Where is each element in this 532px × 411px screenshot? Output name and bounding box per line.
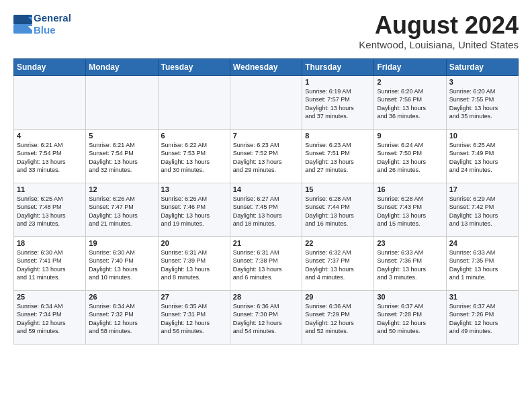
table-row: 26Sunrise: 6:34 AM Sunset: 7:32 PM Dayli… [86, 290, 158, 344]
day-info: Sunrise: 6:26 AM Sunset: 7:46 PM Dayligh… [161, 195, 227, 228]
table-row: 17Sunrise: 6:29 AM Sunset: 7:42 PM Dayli… [446, 183, 518, 236]
day-number: 13 [161, 185, 227, 193]
table-row: 16Sunrise: 6:28 AM Sunset: 7:43 PM Dayli… [374, 183, 446, 236]
day-info: Sunrise: 6:26 AM Sunset: 7:47 PM Dayligh… [89, 195, 154, 228]
table-row: 30Sunrise: 6:37 AM Sunset: 7:28 PM Dayli… [374, 290, 446, 344]
day-info: Sunrise: 6:33 AM Sunset: 7:36 PM Dayligh… [377, 248, 443, 282]
col-sunday: Sunday [14, 58, 86, 75]
day-number: 11 [17, 185, 83, 193]
logo: General Blue [13, 12, 71, 36]
day-info: Sunrise: 6:31 AM Sunset: 7:39 PM Dayligh… [161, 248, 227, 282]
table-row: 4Sunrise: 6:21 AM Sunset: 7:54 PM Daylig… [14, 129, 86, 183]
day-number: 5 [89, 132, 154, 140]
col-thursday: Thursday [302, 58, 374, 75]
table-row: 11Sunrise: 6:25 AM Sunset: 7:48 PM Dayli… [14, 183, 86, 236]
day-number: 14 [233, 185, 299, 193]
table-row: 25Sunrise: 6:34 AM Sunset: 7:34 PM Dayli… [14, 290, 86, 344]
day-info: Sunrise: 6:30 AM Sunset: 7:40 PM Dayligh… [89, 248, 154, 282]
day-info: Sunrise: 6:32 AM Sunset: 7:37 PM Dayligh… [305, 248, 371, 282]
table-row: 5Sunrise: 6:21 AM Sunset: 7:54 PM Daylig… [86, 129, 158, 183]
title-block: August 2024 Kentwood, Louisiana, United … [359, 12, 519, 50]
calendar-table: Sunday Monday Tuesday Wednesday Thursday… [13, 58, 519, 345]
header-row: Sunday Monday Tuesday Wednesday Thursday… [14, 58, 519, 75]
table-row: 24Sunrise: 6:33 AM Sunset: 7:35 PM Dayli… [446, 236, 518, 290]
day-number: 17 [449, 185, 515, 193]
table-row: 15Sunrise: 6:28 AM Sunset: 7:44 PM Dayli… [302, 183, 374, 236]
table-row: 29Sunrise: 6:36 AM Sunset: 7:29 PM Dayli… [302, 290, 374, 344]
table-row: 14Sunrise: 6:27 AM Sunset: 7:45 PM Dayli… [230, 183, 302, 236]
day-number: 7 [233, 132, 299, 140]
day-info: Sunrise: 6:35 AM Sunset: 7:31 PM Dayligh… [161, 302, 227, 336]
day-info: Sunrise: 6:19 AM Sunset: 7:57 PM Dayligh… [305, 87, 371, 121]
day-number: 18 [17, 239, 83, 247]
day-info: Sunrise: 6:37 AM Sunset: 7:26 PM Dayligh… [449, 302, 515, 336]
col-monday: Monday [86, 58, 158, 75]
day-number: 3 [449, 78, 515, 86]
table-row: 27Sunrise: 6:35 AM Sunset: 7:31 PM Dayli… [158, 290, 230, 344]
table-row: 18Sunrise: 6:30 AM Sunset: 7:41 PM Dayli… [14, 236, 86, 290]
day-number: 12 [89, 185, 154, 193]
day-number: 10 [449, 132, 515, 140]
day-number: 31 [449, 293, 515, 301]
table-row [86, 75, 158, 129]
table-row: 6Sunrise: 6:22 AM Sunset: 7:53 PM Daylig… [158, 129, 230, 183]
day-number: 30 [377, 293, 443, 301]
table-row: 13Sunrise: 6:26 AM Sunset: 7:46 PM Dayli… [158, 183, 230, 236]
table-row: 7Sunrise: 6:23 AM Sunset: 7:52 PM Daylig… [230, 129, 302, 183]
day-number: 22 [305, 239, 371, 247]
col-tuesday: Tuesday [158, 58, 230, 75]
day-info: Sunrise: 6:23 AM Sunset: 7:52 PM Dayligh… [233, 141, 299, 175]
day-info: Sunrise: 6:20 AM Sunset: 7:56 PM Dayligh… [377, 87, 443, 121]
table-row: 28Sunrise: 6:36 AM Sunset: 7:30 PM Dayli… [230, 290, 302, 344]
day-number: 21 [233, 239, 299, 247]
day-number: 8 [305, 132, 371, 140]
day-info: Sunrise: 6:25 AM Sunset: 7:48 PM Dayligh… [17, 195, 83, 228]
table-row: 1Sunrise: 6:19 AM Sunset: 7:57 PM Daylig… [302, 75, 374, 129]
day-info: Sunrise: 6:28 AM Sunset: 7:44 PM Dayligh… [305, 195, 371, 228]
day-number: 23 [377, 239, 443, 247]
day-number: 4 [17, 132, 83, 140]
day-info: Sunrise: 6:25 AM Sunset: 7:49 PM Dayligh… [449, 141, 515, 175]
day-number: 28 [233, 293, 299, 301]
day-info: Sunrise: 6:36 AM Sunset: 7:30 PM Dayligh… [233, 302, 299, 336]
day-info: Sunrise: 6:29 AM Sunset: 7:42 PM Dayligh… [449, 195, 515, 228]
table-row: 2Sunrise: 6:20 AM Sunset: 7:56 PM Daylig… [374, 75, 446, 129]
svg-rect-1 [13, 24, 32, 34]
day-number: 24 [449, 239, 515, 247]
table-row: 31Sunrise: 6:37 AM Sunset: 7:26 PM Dayli… [446, 290, 518, 344]
day-info: Sunrise: 6:34 AM Sunset: 7:34 PM Dayligh… [17, 302, 83, 336]
day-info: Sunrise: 6:21 AM Sunset: 7:54 PM Dayligh… [17, 141, 83, 175]
day-info: Sunrise: 6:34 AM Sunset: 7:32 PM Dayligh… [89, 302, 154, 336]
day-number: 20 [161, 239, 227, 247]
day-number: 27 [161, 293, 227, 301]
table-row: 22Sunrise: 6:32 AM Sunset: 7:37 PM Dayli… [302, 236, 374, 290]
day-number: 26 [89, 293, 154, 301]
col-friday: Friday [374, 58, 446, 75]
table-row [158, 75, 230, 129]
day-info: Sunrise: 6:36 AM Sunset: 7:29 PM Dayligh… [305, 302, 371, 336]
day-number: 15 [305, 185, 371, 193]
day-number: 16 [377, 185, 443, 193]
header: General Blue August 2024 Kentwood, Louis… [13, 12, 519, 50]
table-row: 20Sunrise: 6:31 AM Sunset: 7:39 PM Dayli… [158, 236, 230, 290]
table-row: 8Sunrise: 6:23 AM Sunset: 7:51 PM Daylig… [302, 129, 374, 183]
day-info: Sunrise: 6:23 AM Sunset: 7:51 PM Dayligh… [305, 141, 371, 175]
table-row: 21Sunrise: 6:31 AM Sunset: 7:38 PM Dayli… [230, 236, 302, 290]
day-info: Sunrise: 6:20 AM Sunset: 7:55 PM Dayligh… [449, 87, 515, 121]
day-info: Sunrise: 6:30 AM Sunset: 7:41 PM Dayligh… [17, 248, 83, 282]
page: General Blue August 2024 Kentwood, Louis… [0, 0, 532, 351]
table-row: 3Sunrise: 6:20 AM Sunset: 7:55 PM Daylig… [446, 75, 518, 129]
day-info: Sunrise: 6:33 AM Sunset: 7:35 PM Dayligh… [449, 248, 515, 282]
table-row: 23Sunrise: 6:33 AM Sunset: 7:36 PM Dayli… [374, 236, 446, 290]
table-row: 12Sunrise: 6:26 AM Sunset: 7:47 PM Dayli… [86, 183, 158, 236]
day-info: Sunrise: 6:27 AM Sunset: 7:45 PM Dayligh… [233, 195, 299, 228]
location: Kentwood, Louisiana, United States [359, 39, 519, 50]
col-saturday: Saturday [446, 58, 518, 75]
day-info: Sunrise: 6:22 AM Sunset: 7:53 PM Dayligh… [161, 141, 227, 175]
table-row: 9Sunrise: 6:24 AM Sunset: 7:50 PM Daylig… [374, 129, 446, 183]
day-number: 25 [17, 293, 83, 301]
col-wednesday: Wednesday [230, 58, 302, 75]
table-row: 10Sunrise: 6:25 AM Sunset: 7:49 PM Dayli… [446, 129, 518, 183]
logo-text: General Blue [34, 12, 71, 36]
day-number: 19 [89, 239, 154, 247]
